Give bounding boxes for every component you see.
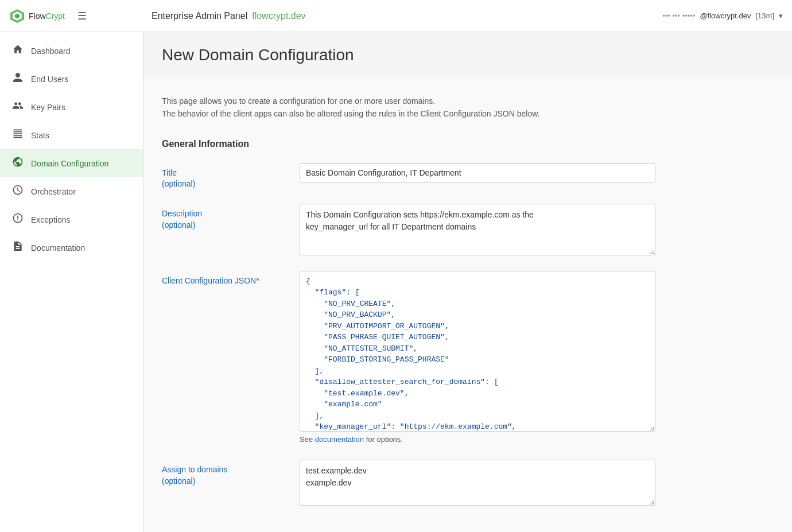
assign-field — [300, 460, 756, 507]
header-session-time: [13m] — [755, 11, 774, 20]
title-label: Title (optional) — [162, 163, 300, 190]
form-row-assign: Assign to domains (optional) — [162, 460, 756, 507]
sidebar: Dashboard End Users Key Pairs Stats Doma… — [0, 32, 143, 532]
panel-title: Enterprise Admin Panel — [152, 11, 247, 21]
assign-textarea[interactable] — [300, 460, 655, 506]
sidebar-item-domain-configuration[interactable]: Domain Configuration — [0, 149, 143, 177]
form-row-title: Title (optional) — [162, 163, 756, 190]
globe-icon — [11, 156, 24, 170]
info-line2: The behavior of the client apps can also… — [162, 107, 756, 120]
description-textarea[interactable] — [300, 204, 655, 255]
sidebar-item-key-pairs[interactable]: Key Pairs — [0, 93, 143, 121]
main-content: New Domain Configuration This page allow… — [143, 32, 792, 532]
sidebar-item-end-users[interactable]: End Users — [0, 65, 143, 93]
header-right: ••• ••• ••••• @flowcrypt.dev [13m] ▾ — [662, 11, 783, 20]
title-input[interactable] — [300, 163, 655, 182]
json-label: Client Configuration JSON* — [162, 271, 300, 287]
app-header: FlowCrypt ☰ Enterprise Admin Panel flowc… — [0, 0, 792, 32]
person-icon — [11, 72, 24, 86]
page-header: New Domain Configuration — [143, 32, 792, 76]
logo-crypt: Crypt — [46, 11, 65, 21]
sidebar-label-stats: Stats — [31, 131, 49, 140]
general-info-heading: General Information — [162, 139, 756, 149]
sidebar-item-exceptions[interactable]: Exceptions — [0, 205, 143, 234]
sidebar-label-documentation: Documentation — [31, 243, 85, 253]
sidebar-item-stats[interactable]: Stats — [0, 121, 143, 149]
description-field — [300, 204, 756, 257]
sidebar-label-end-users: End Users — [31, 75, 68, 84]
home-icon — [11, 44, 24, 58]
documentation-link[interactable]: documentation — [315, 435, 364, 444]
flowcrypt-logo-icon — [9, 8, 25, 24]
assign-label: Assign to domains (optional) — [162, 460, 300, 487]
content-area: This page allows you to create a configu… — [143, 76, 775, 532]
sidebar-label-domain-configuration: Domain Configuration — [31, 159, 108, 168]
header-user-domain: @flowcrypt.dev — [700, 11, 751, 20]
hamburger-button[interactable]: ☰ — [73, 7, 91, 25]
group-icon — [11, 100, 24, 114]
app-body: Dashboard End Users Key Pairs Stats Doma… — [0, 32, 792, 532]
logo-area: FlowCrypt ☰ — [9, 7, 147, 25]
header-user-menu-chevron[interactable]: ▾ — [779, 11, 783, 20]
json-field: See documentation for options. — [300, 271, 756, 446]
header-user-blurred: ••• ••• ••••• — [662, 11, 695, 20]
exceptions-icon — [11, 212, 24, 227]
json-textarea[interactable] — [300, 271, 655, 432]
title-field — [300, 163, 756, 182]
logo-text: FlowCrypt — [29, 11, 65, 21]
form-row-json: Client Configuration JSON* See documenta… — [162, 271, 756, 446]
description-label: Description (optional) — [162, 204, 300, 231]
sidebar-label-exceptions: Exceptions — [31, 215, 70, 224]
logo-flow: Flow — [29, 11, 46, 21]
sidebar-label-orchestrator: Orchestrator — [31, 187, 76, 196]
stats-icon — [11, 128, 24, 142]
info-text: This page allows you to create a configu… — [162, 95, 756, 121]
header-domain-link[interactable]: flowcrypt.dev — [252, 11, 305, 21]
sidebar-item-orchestrator[interactable]: Orchestrator — [0, 177, 143, 205]
sidebar-item-documentation[interactable]: Documentation — [0, 234, 143, 262]
clock-icon — [11, 184, 24, 199]
sidebar-item-dashboard[interactable]: Dashboard — [0, 37, 143, 65]
header-middle: Enterprise Admin Panel flowcrypt.dev — [147, 11, 662, 21]
page-title: New Domain Configuration — [162, 46, 774, 64]
document-icon — [11, 240, 24, 255]
info-line1: This page allows you to create a configu… — [162, 95, 756, 107]
sidebar-label-dashboard: Dashboard — [31, 46, 71, 56]
see-docs-text: See documentation for options. — [300, 435, 756, 444]
form-row-description: Description (optional) — [162, 204, 756, 257]
sidebar-label-key-pairs: Key Pairs — [31, 103, 65, 112]
